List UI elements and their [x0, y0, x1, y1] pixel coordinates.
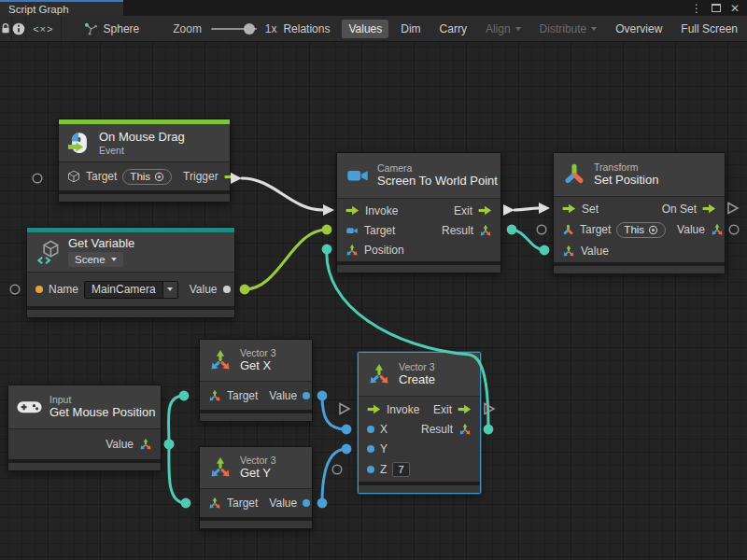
port-row: Set On Set [554, 199, 725, 218]
node-get-mouse-position[interactable]: Input Get Mouse Position Value [7, 385, 162, 471]
maximize-icon[interactable] [712, 4, 721, 12]
target-this-pill[interactable]: This [616, 222, 666, 238]
node-header[interactable]: Input Get Mouse Position [8, 385, 161, 428]
node-header[interactable]: Transform Set Position [554, 153, 725, 196]
node-header[interactable]: Camera Screen To World Point [337, 153, 500, 198]
control-output-port[interactable] [458, 404, 472, 414]
vector3-icon [208, 455, 233, 480]
x-input-port[interactable] [367, 426, 374, 433]
tab-script-graph[interactable]: Script Graph [0, 0, 123, 16]
transform-icon [562, 162, 586, 187]
chevron-down-icon [591, 27, 597, 31]
lock-button[interactable] [0, 16, 12, 41]
overview-button[interactable]: Overview [609, 20, 669, 38]
port-label-result: Result [442, 224, 473, 237]
port-row: Y [359, 439, 480, 458]
node-get-y[interactable]: Vector 3 Get Y Target Value [199, 446, 313, 529]
gamepad-icon [17, 399, 42, 415]
vector3-port-icon[interactable] [562, 245, 575, 258]
info-button[interactable] [12, 16, 26, 41]
value-output-port[interactable] [303, 499, 310, 507]
control-output-port[interactable] [224, 172, 238, 182]
zoom-slider[interactable] [211, 28, 257, 30]
distribute-dropdown-button[interactable]: Distribute [533, 20, 604, 38]
align-dropdown-button[interactable]: Align [479, 20, 528, 38]
code-brackets-icon: <×> [33, 23, 53, 35]
vector3-port-icon[interactable] [458, 423, 472, 436]
value-output-port[interactable] [303, 392, 310, 399]
carry-button[interactable]: Carry [433, 20, 473, 38]
kebab-menu-icon[interactable]: ⋮ [691, 3, 702, 14]
port-label-exit: Exit [454, 204, 472, 217]
node-footer [554, 266, 725, 273]
node-header[interactable]: Vector 3 Get X [200, 340, 312, 381]
node-category: Vector 3 [240, 455, 276, 466]
vector3-port-icon[interactable] [208, 497, 221, 510]
node-header[interactable]: On Mouse Drag Event [59, 124, 230, 161]
node-footer [359, 485, 480, 493]
port-label-target: Target [227, 497, 258, 510]
port-row: Name MainCamera Value [27, 274, 234, 304]
zoom-slider-thumb[interactable] [244, 23, 255, 35]
full-screen-button[interactable]: Full Screen [674, 20, 744, 38]
port-label-on-set: On Set [662, 203, 697, 216]
vector3-port-icon[interactable] [208, 389, 221, 402]
node-category: Transform [594, 162, 658, 173]
window-controls: ⋮ ✕ [691, 0, 747, 16]
variable-name-dropdown[interactable]: MainCamera [84, 281, 178, 299]
node-vector3-create[interactable]: Vector 3 Create Invoke Exit X Result [358, 352, 481, 494]
node-title: Set Position [594, 174, 658, 187]
node-set-position[interactable]: Transform Set Position Set On Set Target… [553, 152, 726, 274]
mouse-event-icon [67, 131, 92, 155]
node-title: Get X [240, 359, 276, 372]
values-button[interactable]: Values [342, 20, 388, 38]
dropdown-button[interactable] [162, 282, 177, 298]
node-category: Input [49, 395, 152, 405]
port-label-x: X [380, 423, 388, 436]
port-row: Target This Value [554, 218, 725, 241]
port-row: Invoke Exit [337, 201, 500, 220]
port-row: Target Result [337, 220, 500, 240]
lock-icon [0, 22, 11, 35]
value-output-port[interactable] [223, 286, 231, 293]
node-on-mouse-drag[interactable]: On Mouse Drag Event Target This Trigger [58, 119, 231, 203]
node-header[interactable]: Get Variable Scene [27, 232, 234, 272]
close-icon[interactable]: ✕ [730, 3, 740, 14]
variable-scope-dropdown[interactable]: Scene [68, 252, 123, 267]
camera-port-icon[interactable] [345, 224, 359, 237]
node-screen-to-world-point[interactable]: Camera Screen To World Point Invoke Exit… [336, 152, 501, 273]
node-get-x[interactable]: Vector 3 Get X Target Value [199, 339, 313, 422]
port-label-value: Value [269, 497, 297, 510]
z-input-port[interactable] [367, 466, 374, 473]
node-footer [8, 463, 161, 470]
vector3-port-icon[interactable] [479, 224, 492, 237]
graph-breadcrumb[interactable]: Sphere [84, 22, 140, 35]
vector3-icon [367, 362, 391, 386]
node-header[interactable]: Vector 3 Get Y [200, 447, 312, 488]
y-input-port[interactable] [367, 445, 374, 453]
vector3-port-icon[interactable] [139, 438, 152, 451]
target-this-pill[interactable]: This [122, 169, 172, 185]
control-output-port[interactable] [478, 205, 492, 216]
vector3-port-icon[interactable] [345, 244, 359, 257]
vector3-port-icon[interactable] [711, 223, 724, 236]
relations-button[interactable]: Relations [276, 20, 336, 38]
z-value-field[interactable]: 7 [392, 462, 409, 477]
port-row: X Result [359, 419, 480, 439]
node-header[interactable]: Vector 3 Create [359, 353, 480, 396]
control-input-port[interactable] [367, 404, 381, 414]
port-label-value-out: Value [677, 223, 705, 236]
node-footer [337, 265, 500, 273]
transform-port-icon[interactable] [562, 224, 574, 236]
port-row: Invoke Exit [359, 399, 480, 419]
code-view-button[interactable]: <×> [26, 16, 62, 41]
dim-button[interactable]: Dim [394, 20, 427, 38]
node-subtitle: Event [99, 146, 185, 156]
node-get-variable[interactable]: Get Variable Scene Name MainCamera Value [26, 227, 235, 318]
control-output-port[interactable] [702, 203, 716, 214]
port-row: Target This Trigger [59, 164, 230, 189]
control-input-port[interactable] [345, 205, 359, 216]
control-input-port[interactable] [562, 203, 576, 214]
name-input-port[interactable] [35, 286, 43, 293]
port-label-value: Value [190, 283, 218, 296]
